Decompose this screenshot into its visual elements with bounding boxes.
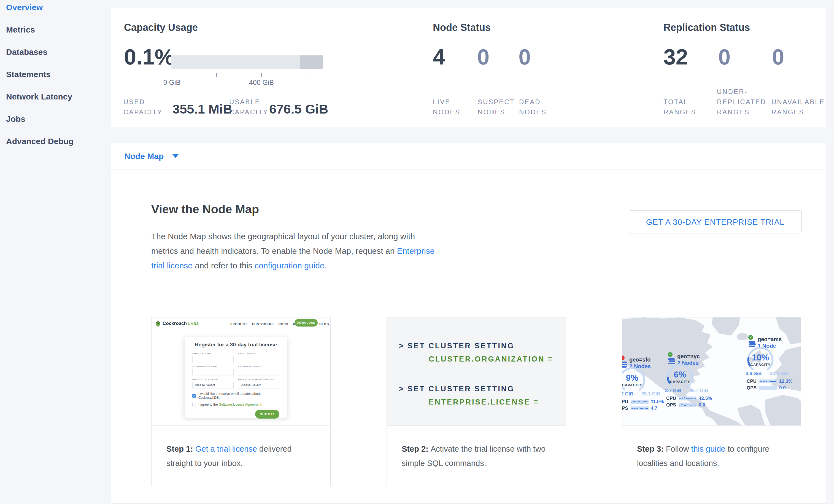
sidebar: Overview Metrics Databases Statements Ne… (0, 0, 111, 504)
under-replicated-ranges-count: 0 (718, 46, 731, 68)
sidebar-item-overview[interactable]: Overview (0, 3, 111, 25)
step-2-caption: Step 2: Activate the trial license with … (387, 426, 566, 470)
sidebar-item-metrics[interactable]: Metrics (0, 25, 111, 47)
step-number-text: Step 2: (402, 444, 431, 453)
description-text: . (325, 261, 327, 270)
node-map-panel: Node Map View the Node Map The Node Map … (111, 143, 826, 504)
node-map-preview-image: geo=sfo 2 Nodes 9% CAPACITY 3.2 GiB35.1 … (622, 317, 801, 426)
capacity-bar-segment (300, 56, 323, 69)
used-capacity: 3.7 GiB (665, 388, 681, 394)
qps-value: 0.0 (779, 385, 786, 391)
suspect-nodes-label: SUSPECT NODES (478, 97, 515, 117)
sidebar-item-network-latency[interactable]: Network Latency (0, 92, 111, 114)
mini-registration-form: Register for a 30-day trial license FIRS… (184, 337, 287, 418)
node-map-description: The Node Map shows the geographical layo… (151, 229, 435, 273)
sql-setting-text: CLUSTER.ORGANIZATION = (429, 355, 553, 364)
checkbox-checked-icon (192, 394, 196, 398)
step-number-text: Step 1: (167, 444, 195, 453)
qps-value: 0.0 (699, 402, 705, 408)
checkbox-unchecked-icon (192, 403, 196, 407)
axis-tick-label-400: 400 GiB (242, 79, 281, 87)
capacity-usage-bar (171, 56, 323, 69)
locality-name: geo=nyc (677, 353, 700, 359)
this-guide-link[interactable]: this guide (691, 444, 725, 453)
sql-setting-text: ENTERPRISE.LICENSE = (429, 398, 539, 407)
capacity-percent: 10% (747, 353, 774, 363)
nav-item: DOCS (278, 323, 288, 326)
description-text: metrics and health indicators. To enable… (151, 246, 397, 256)
step-2-card: > SET CLUSTER SETTING CLUSTER.ORGANIZATI… (387, 317, 566, 486)
dead-nodes-label: DEAD NODES (519, 97, 547, 117)
used-capacity: 3.6 GiB (746, 371, 762, 376)
email-updates-checkbox-label: I would like to receive email updates ab… (198, 392, 279, 399)
step-1-card: Cockroach LABS PRODUCT CUSTOMERS DOCS RE… (151, 317, 331, 486)
view-node-map-heading: View the Node Map (151, 202, 259, 216)
enterprise-trial-license-link[interactable]: trial license (151, 261, 193, 270)
field-label: PROJECT PHASE (192, 378, 234, 381)
qps-label: QPS (747, 385, 757, 391)
first-name-field (192, 356, 234, 363)
enterprise-trial-license-link[interactable]: Enterprise (397, 246, 435, 256)
sidebar-item-statements[interactable]: Statements (0, 70, 111, 92)
cockroachdb-admin-overview-page: { "sidebar": { "items": [ { "label": "Ov… (0, 0, 834, 504)
sidebar-item-jobs[interactable]: Jobs (0, 114, 111, 137)
cpu-label: CPU (622, 399, 629, 404)
cpu-sparkline-icon (679, 396, 697, 400)
field-label: REASON FOR INTEREST (238, 378, 279, 381)
total-capacity: 34.4 GiB (770, 371, 789, 376)
usable-capacity-label: USABLE CAPACITY (229, 97, 268, 117)
locality-name: geo=sfo (629, 356, 651, 363)
qps-label: QPS (666, 402, 677, 408)
description-text: The Node Map shows the geographical layo… (151, 232, 415, 241)
sql-command-text: > SET CLUSTER SETTING (399, 342, 514, 350)
total-ranges-count: 32 (663, 46, 688, 68)
nav-item: CUSTOMERS (252, 323, 273, 326)
cpu-value: 42.5% (699, 396, 712, 401)
cpu-value: 12.3% (779, 379, 792, 384)
capacity-percent: 9% (622, 373, 646, 383)
nav-item: BLOG (319, 323, 329, 326)
cpu-label: CPU (747, 379, 757, 384)
axis-tick (216, 73, 217, 77)
step-3-card: geo=sfo 2 Nodes 9% CAPACITY 3.2 GiB35.1 … (622, 317, 801, 486)
total-capacity: 65.7 GiB (689, 388, 708, 394)
reason-for-interest-select: Please Select (238, 382, 279, 389)
qps-value: 4.7 (651, 406, 657, 411)
capacity-usage-title: Capacity Usage (124, 22, 198, 34)
get-trial-license-link[interactable]: Get a trial license (195, 444, 257, 453)
company-email-field (238, 369, 279, 376)
enterprise-trial-button[interactable]: GET A 30-DAY ENTERPRISE TRIAL (629, 210, 802, 234)
sidebar-item-databases[interactable]: Databases (0, 47, 111, 70)
dead-nodes-count: 0 (519, 46, 531, 68)
capacity-label: CAPACITY (666, 380, 694, 384)
node-status-title: Node Status (433, 22, 491, 34)
usable-capacity-value: 676.5 GiB (269, 103, 328, 115)
step-3-caption: Step 3: Follow this guide to configure l… (622, 426, 801, 470)
capacity-usage-percent: 0.1% (124, 46, 174, 68)
cpu-label: CPU (666, 396, 677, 401)
caption-text: Follow (666, 444, 691, 453)
configuration-guide-link[interactable]: configuration guide (255, 261, 325, 270)
cockroach-labs-logo: Cockroach LABS (155, 320, 199, 327)
qps-label: QPS (622, 406, 629, 411)
project-phase-select: Please Select (192, 382, 234, 389)
logo-suffix-text: LABS (188, 322, 199, 326)
replication-status-title: Replication Status (663, 22, 750, 34)
node-map-view-selector[interactable]: Node Map (111, 143, 826, 170)
cpu-sparkline-icon (759, 379, 777, 383)
registration-screenshot-image: Cockroach LABS PRODUCT CUSTOMERS DOCS RE… (152, 317, 330, 426)
last-name-field (238, 356, 279, 363)
node-map-selector-label[interactable]: Node Map (124, 152, 164, 161)
mini-download-button: DOWNLOAD (294, 319, 318, 327)
qps-sparkline-icon (679, 403, 697, 407)
chevron-down-icon[interactable] (173, 154, 178, 158)
sql-command-text: > SET CLUSTER SETTING (399, 385, 514, 393)
cpu-sparkline-icon (631, 400, 649, 404)
step-number-text: Step 3: (637, 444, 666, 453)
used-capacity-label: USED CAPACITY (124, 97, 162, 117)
sidebar-item-advanced-debug[interactable]: Advanced Debug (0, 137, 111, 159)
total-ranges-label: TOTAL RANGES (663, 97, 696, 117)
axis-tick (261, 73, 262, 77)
capacity-label: CAPACITY (622, 383, 646, 387)
logo-text: Cockroach (162, 321, 187, 326)
